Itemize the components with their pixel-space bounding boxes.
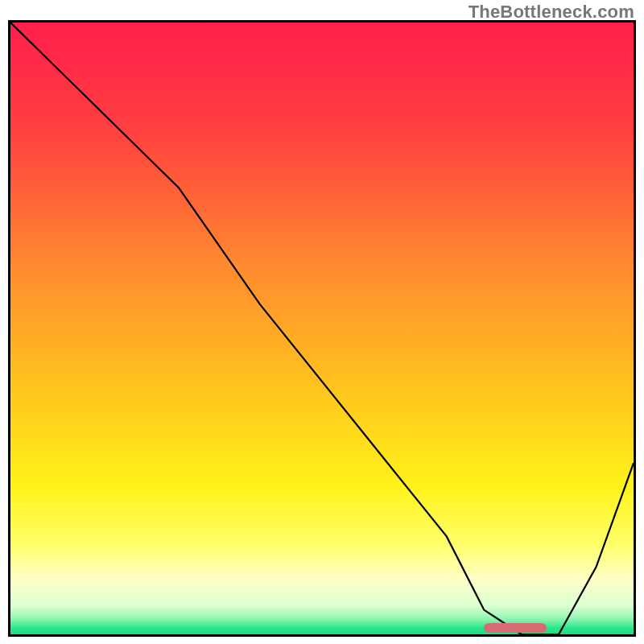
optimal-range-marker <box>484 623 546 633</box>
bottleneck-curve <box>10 23 634 634</box>
chart-plot-area <box>8 20 636 637</box>
